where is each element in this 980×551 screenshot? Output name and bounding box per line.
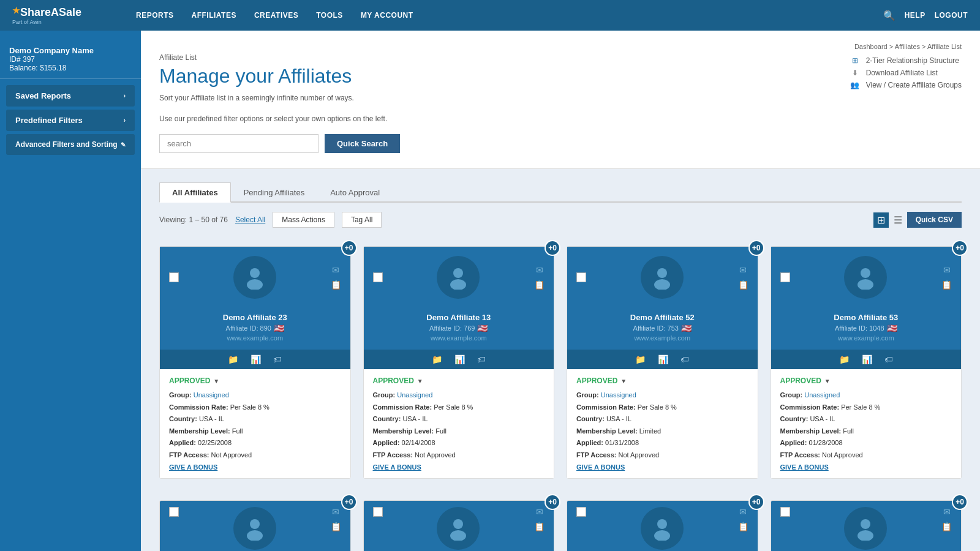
help-button[interactable]: HELP xyxy=(905,11,925,20)
saved-reports-button[interactable]: Saved Reports › xyxy=(6,85,135,107)
card-actions: 📁 📊 🏷 xyxy=(771,350,962,369)
affiliate-checkbox[interactable] xyxy=(780,272,790,282)
tag-icon[interactable]: 🏷 xyxy=(680,354,689,364)
plus-badge[interactable]: +0 xyxy=(952,240,968,256)
select-all-link[interactable]: Select All xyxy=(235,216,265,224)
predefined-filters-button[interactable]: Predefined Filters › xyxy=(6,110,135,131)
plus-badge[interactable]: +0 xyxy=(545,240,560,256)
folder-icon[interactable]: 📁 xyxy=(635,354,646,364)
affiliate-checkbox[interactable] xyxy=(576,272,586,282)
mass-actions-button[interactable]: Mass Actions xyxy=(273,212,334,228)
note-icon[interactable]: 📋 xyxy=(331,280,341,290)
svg-point-15 xyxy=(858,530,873,541)
two-tier-text[interactable]: 2-Tier Relationship Structure xyxy=(866,56,959,65)
search-icon-button[interactable]: 🔍 xyxy=(883,10,895,21)
ftp-row: FTP Access: Not Approved xyxy=(373,450,545,460)
affiliate-url[interactable]: www.example.com xyxy=(227,334,283,342)
affiliate-url[interactable]: www.example.com xyxy=(838,334,894,342)
give-bonus-link[interactable]: GIVE A BONUS xyxy=(373,463,545,471)
affiliate-url[interactable]: www.example.com xyxy=(634,334,690,342)
note-icon[interactable]: 📋 xyxy=(331,522,341,531)
svg-point-11 xyxy=(450,530,466,541)
give-bonus-link[interactable]: GIVE A BONUS xyxy=(169,463,341,471)
grid-view-button[interactable]: ⊞ xyxy=(873,212,889,228)
mail-icon[interactable]: ✉ xyxy=(739,265,747,275)
affiliate-checkbox[interactable] xyxy=(169,272,179,282)
tag-icon[interactable]: 🏷 xyxy=(273,354,282,364)
status-badge: APPROVED xyxy=(780,377,821,385)
affiliate-checkbox[interactable] xyxy=(169,507,179,517)
affiliate-checkbox[interactable] xyxy=(373,507,383,517)
mail-icon[interactable]: ✉ xyxy=(536,265,543,275)
plus-badge[interactable]: +0 xyxy=(748,240,764,256)
chart-icon[interactable]: 📊 xyxy=(658,354,668,364)
plus-badge[interactable]: +0 xyxy=(341,494,357,510)
tag-icon[interactable]: 🏷 xyxy=(884,354,893,364)
plus-badge[interactable]: +0 xyxy=(545,494,560,510)
advanced-filters-button[interactable]: Advanced Filters and Sorting ✎ xyxy=(6,134,135,155)
mail-icon[interactable]: ✉ xyxy=(739,507,747,517)
note-icon[interactable]: 📋 xyxy=(738,522,748,531)
nav-affiliates[interactable]: AFFILIATES xyxy=(184,6,244,24)
mail-icon[interactable]: ✉ xyxy=(332,507,339,517)
group-link[interactable]: Unassigned xyxy=(397,391,432,399)
chart-icon[interactable]: 📊 xyxy=(251,354,261,364)
affiliate-card-wrapper: +0 ✉ 📋 xyxy=(771,500,962,551)
mail-icon[interactable]: ✉ xyxy=(943,265,951,275)
mail-icon[interactable]: ✉ xyxy=(943,507,951,517)
nav-creatives[interactable]: CREATIVES xyxy=(247,6,306,24)
affiliate-card: ✉ 📋 Demo Affiliate 23 Affiliate ID: 890 … xyxy=(159,246,351,479)
status-dropdown[interactable]: ▼ xyxy=(824,378,831,384)
give-bonus-link[interactable]: GIVE A BONUS xyxy=(780,463,952,471)
note-icon[interactable]: 📋 xyxy=(941,280,952,290)
tab-auto-approval[interactable]: Auto Approval xyxy=(317,182,393,203)
logout-button[interactable]: LOGOUT xyxy=(935,11,968,20)
status-dropdown[interactable]: ▼ xyxy=(620,378,627,384)
list-view-button[interactable]: ☰ xyxy=(894,214,902,226)
give-bonus-link[interactable]: GIVE A BONUS xyxy=(576,463,748,471)
plus-badge[interactable]: +0 xyxy=(341,240,357,256)
nav-reports[interactable]: REPORTS xyxy=(129,6,181,24)
note-icon[interactable]: 📋 xyxy=(941,522,952,531)
card-icons-right: ✉ 📋 xyxy=(331,265,341,290)
folder-icon[interactable]: 📁 xyxy=(228,354,238,364)
plus-badge[interactable]: +0 xyxy=(952,494,968,510)
affiliate-checkbox[interactable] xyxy=(373,272,383,282)
tab-pending-affiliates[interactable]: Pending Affiliates xyxy=(231,182,318,203)
folder-icon[interactable]: 📁 xyxy=(839,354,850,364)
mail-icon[interactable]: ✉ xyxy=(536,507,543,517)
mail-icon[interactable]: ✉ xyxy=(332,265,339,275)
nav-tools[interactable]: TOOLS xyxy=(309,6,350,24)
group-link[interactable]: Unassigned xyxy=(804,391,840,399)
logo-star: ★ xyxy=(12,6,20,15)
download-list-link[interactable]: ⬇ Download Affiliate List xyxy=(849,69,962,77)
affiliate-url[interactable]: www.example.com xyxy=(431,334,487,342)
tab-all-affiliates[interactable]: All Affiliates xyxy=(159,182,231,203)
status-dropdown[interactable]: ▼ xyxy=(417,378,423,384)
affiliate-checkbox[interactable] xyxy=(780,507,790,517)
tag-all-button[interactable]: Tag All xyxy=(342,212,382,228)
nav-myaccount[interactable]: MY ACCOUNT xyxy=(353,6,421,24)
tag-icon[interactable]: 🏷 xyxy=(477,354,486,364)
note-icon[interactable]: 📋 xyxy=(534,280,545,290)
ftp-row: FTP Access: Not Approved xyxy=(780,450,952,460)
plus-badge[interactable]: +0 xyxy=(748,494,764,510)
two-tier-link[interactable]: ⊞ 2-Tier Relationship Structure xyxy=(849,56,962,65)
group-link[interactable]: Unassigned xyxy=(194,391,229,399)
note-icon[interactable]: 📋 xyxy=(534,522,545,531)
note-icon[interactable]: 📋 xyxy=(738,280,748,290)
affiliate-checkbox[interactable] xyxy=(576,507,586,517)
group-link[interactable]: Unassigned xyxy=(601,391,636,399)
chart-icon[interactable]: 📊 xyxy=(454,354,465,364)
quick-csv-button[interactable]: Quick CSV xyxy=(907,212,962,228)
folder-icon[interactable]: 📁 xyxy=(432,354,442,364)
search-input[interactable] xyxy=(159,134,318,153)
affiliate-groups-link[interactable]: 👥 View / Create Affiliate Groups xyxy=(849,81,962,89)
status-dropdown[interactable]: ▼ xyxy=(213,378,219,384)
groups-text[interactable]: View / Create Affiliate Groups xyxy=(866,81,962,89)
page-desc2: Use our predefined filter options or sel… xyxy=(159,113,962,125)
quick-search-button[interactable]: Quick Search xyxy=(325,134,400,153)
download-text[interactable]: Download Affiliate List xyxy=(866,69,938,77)
person-avatar-icon xyxy=(446,265,470,290)
chart-icon[interactable]: 📊 xyxy=(862,354,872,364)
